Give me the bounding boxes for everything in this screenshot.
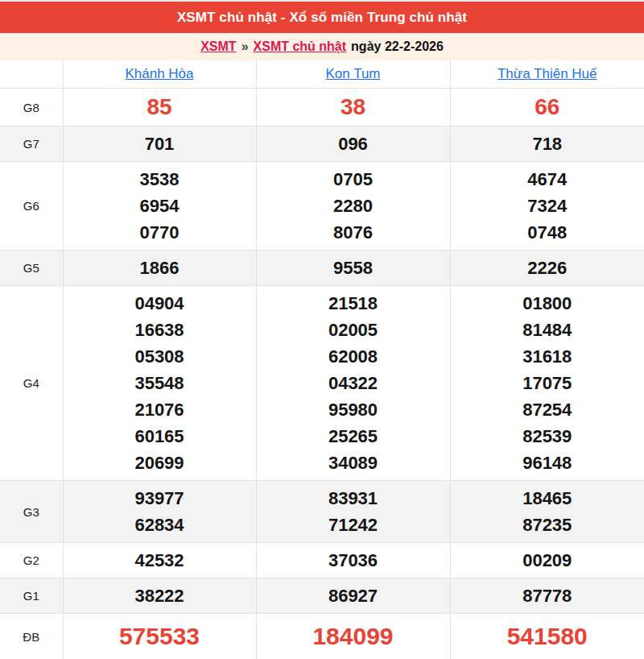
prize-number: 38	[257, 93, 450, 122]
prize-cell: 38222	[63, 578, 256, 614]
prize-number: 2280	[257, 193, 450, 219]
page-title: XSMT chủ nhật - Xổ số miền Trung chủ nhậ…	[177, 10, 467, 26]
prize-label-g1: G1	[0, 578, 63, 614]
prize-cell: 096	[256, 126, 450, 162]
breadcrumb-link-xsmt-chu-nhat[interactable]: XSMT chủ nhật	[254, 39, 347, 54]
prize-number: 0748	[451, 219, 644, 246]
breadcrumb-date: ngày 22-2-2026	[351, 39, 444, 54]
prize-number: 42532	[64, 547, 256, 574]
prize-cell: 184099	[256, 614, 450, 659]
prize-cell: 9397762834	[63, 481, 256, 543]
prize-number: 718	[451, 131, 644, 157]
prize-number: 83931	[257, 485, 450, 512]
prize-number: 0705	[257, 166, 450, 193]
prize-cell: 87778	[450, 578, 644, 614]
prize-row-g7: G7701096718	[0, 126, 644, 162]
prize-number: 04904	[64, 290, 256, 317]
prize-number: 82539	[451, 423, 644, 450]
prize-cell: 575533	[63, 614, 256, 659]
prize-number: 701	[64, 131, 256, 157]
province-header-cell: Kon Tum	[256, 60, 450, 89]
prize-cell: 467473240748	[450, 162, 644, 251]
prize-number: 81484	[451, 317, 644, 343]
prize-number: 4674	[451, 166, 644, 193]
prize-label-db: ĐB	[0, 614, 63, 659]
prize-number: 35548	[64, 370, 256, 396]
prize-number: 01800	[451, 290, 644, 317]
prize-number: 184099	[257, 620, 450, 653]
prize-number: 95980	[257, 396, 450, 423]
prize-row-g5: G5186695582226	[0, 251, 644, 286]
prize-number: 9558	[257, 255, 450, 281]
prize-row-db: ĐB575533184099541580	[0, 614, 644, 659]
prize-cell: 85	[63, 89, 256, 126]
prize-number: 2226	[451, 255, 644, 281]
prize-number: 096	[257, 131, 450, 157]
prize-number: 20699	[64, 450, 256, 476]
breadcrumb-link-xsmt[interactable]: XSMT	[200, 39, 236, 54]
prize-row-g8: G8853866	[0, 89, 644, 126]
prize-number: 31618	[451, 343, 644, 370]
prize-row-g4: G404904166380530835548210766016520699215…	[0, 286, 644, 481]
prize-number: 25265	[257, 423, 450, 450]
prize-cell: 21518020056200804322959802526534089	[256, 286, 450, 481]
prize-cell: 718	[450, 126, 644, 162]
prize-cell: 070522808076	[256, 162, 450, 251]
prize-label-g7: G7	[0, 126, 63, 162]
province-link-thua-thien-hue[interactable]: Thừa Thiên Huế	[497, 66, 597, 81]
prize-cell: 01800814843161817075872548253996148	[450, 286, 644, 481]
xsmt-results-page: XSMT chủ nhật - Xổ số miền Trung chủ nhậ…	[0, 0, 644, 659]
prize-number: 37036	[257, 547, 450, 574]
prize-row-g1: G1382228692787778	[0, 578, 644, 614]
prize-number: 66	[451, 93, 644, 122]
prize-cell: 1866	[63, 251, 256, 286]
prize-number: 21076	[64, 396, 256, 423]
prize-cell: 541580	[450, 614, 644, 659]
prize-number: 62834	[64, 512, 256, 538]
prize-number: 86927	[257, 582, 450, 609]
prize-number: 575533	[64, 620, 256, 653]
prize-cell: 38	[256, 89, 450, 126]
prize-number: 21518	[257, 290, 450, 317]
prize-number: 87235	[451, 512, 644, 538]
prize-number: 8076	[257, 219, 450, 246]
prize-cell: 8393171242	[256, 481, 450, 543]
prize-number: 00209	[451, 547, 644, 574]
prize-cell: 2226	[450, 251, 644, 286]
prize-number: 60165	[64, 423, 256, 450]
prize-label-g6: G6	[0, 162, 63, 251]
prize-number: 34089	[257, 450, 450, 476]
prize-number: 6954	[64, 193, 256, 219]
prize-cell: 00209	[450, 543, 644, 578]
prize-label-g4: G4	[0, 286, 63, 481]
prize-number: 02005	[257, 317, 450, 343]
prize-label-column-header	[0, 60, 63, 89]
breadcrumb-separator: »	[242, 39, 249, 54]
prize-cell: 66	[450, 89, 644, 126]
prize-number: 17075	[451, 370, 644, 396]
prize-cell: 701	[63, 126, 256, 162]
prize-row-g3: G3939776283483931712421846587235	[0, 481, 644, 543]
breadcrumb: XSMT » XSMT chủ nhật ngày 22-2-2026	[0, 33, 644, 60]
prize-label-g3: G3	[0, 481, 63, 543]
province-link-khanh-hoa[interactable]: Khánh Hòa	[125, 66, 193, 81]
prize-number: 1866	[64, 255, 256, 281]
prize-number: 3538	[64, 166, 256, 193]
prize-label-g8: G8	[0, 89, 63, 126]
prize-number: 71242	[257, 512, 450, 538]
prize-number: 87778	[451, 582, 644, 609]
prize-number: 62008	[257, 343, 450, 370]
prize-cell: 86927	[256, 578, 450, 614]
prize-number: 16638	[64, 317, 256, 343]
prize-number: 96148	[451, 450, 644, 476]
prize-cell: 42532	[63, 543, 256, 578]
prize-row-g2: G2425323703600209	[0, 543, 644, 578]
province-header-cell: Thừa Thiên Huế	[450, 60, 644, 89]
prize-number: 87254	[451, 396, 644, 423]
prize-number: 93977	[64, 485, 256, 512]
province-header-row: Khánh HòaKon TumThừa Thiên Huế	[0, 60, 644, 89]
province-link-kon-tum[interactable]: Kon Tum	[325, 66, 380, 81]
prize-label-g2: G2	[0, 543, 63, 578]
province-header-cell: Khánh Hòa	[63, 60, 256, 89]
prize-number: 541580	[451, 620, 644, 653]
